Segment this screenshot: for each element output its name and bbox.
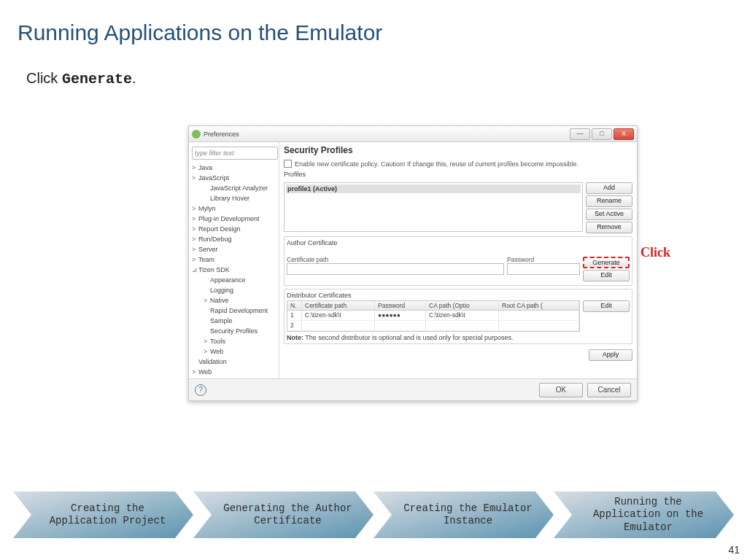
tree-item[interactable]: >Web [190, 346, 277, 357]
cancel-button[interactable]: Cancel [587, 383, 631, 397]
tree-item[interactable]: >Plug-in Development [190, 214, 277, 224]
author-password-input[interactable] [507, 263, 580, 275]
tree-item[interactable]: ⊿Tizen SDK [190, 265, 277, 275]
tree-item[interactable]: >Tools [190, 336, 277, 346]
step-3-label: Creating the Emulator Instance [398, 502, 538, 528]
tree-item[interactable]: >Native [190, 295, 277, 306]
author-password-label: Password [507, 256, 580, 263]
dist-col-ca: CA path (Optio [426, 301, 499, 310]
step-1: Creating the Application Project [13, 491, 193, 538]
help-icon[interactable]: ? [195, 384, 206, 396]
slide-title: Running Applications on the Emulator [18, 20, 729, 45]
tree-item[interactable]: >Team [190, 254, 277, 265]
tree-item[interactable]: >JavaScript [190, 173, 277, 183]
step-4: Running the Application on the Emulator [554, 491, 734, 538]
window-close-button[interactable]: X [614, 128, 634, 140]
window-minimize-button[interactable]: — [570, 128, 590, 140]
instruction-suffix: . [132, 70, 136, 86]
preferences-tree[interactable]: >Java>JavaScriptJavaScript AnalyzerLibra… [190, 163, 277, 378]
remove-button[interactable]: Remove [586, 222, 632, 233]
distributor-edit-button[interactable]: Edit [583, 300, 630, 312]
author-certpath-input[interactable] [287, 263, 504, 275]
instruction-bold: Generate [62, 71, 132, 88]
policy-checkbox-label: Enable new certificate policy. Caution! … [295, 160, 578, 168]
tree-item[interactable]: Validation [190, 357, 277, 367]
filter-input[interactable]: type filter text [192, 147, 278, 160]
page-number: 41 [728, 544, 740, 556]
tree-item[interactable]: >Server [190, 244, 277, 254]
tree-item[interactable]: >Java [190, 163, 277, 173]
tree-item[interactable]: >Web [190, 367, 277, 377]
tree-item[interactable]: JavaScript Analyzer [190, 183, 277, 193]
tree-item[interactable]: >XML [190, 377, 277, 378]
preferences-sidebar: type filter text >Java>JavaScriptJavaScr… [189, 142, 279, 378]
table-row[interactable]: 1C:\tizen-sdk\t●●●●●●C:\tizen-sdk\t [287, 311, 579, 321]
generate-button[interactable]: Generate [583, 257, 630, 268]
tree-item[interactable]: Rapid Development [190, 306, 277, 316]
click-callout: Click [640, 245, 670, 260]
page-title: Security Profiles [284, 145, 632, 155]
table-row[interactable]: 2 [287, 321, 579, 331]
dist-col-rootca: Root CA path ( [499, 301, 579, 310]
window-bottom-bar: ? OK Cancel [189, 378, 637, 400]
preferences-window: Preferences — □ X type filter text >Java… [188, 125, 638, 401]
window-title: Preferences [204, 131, 239, 138]
step-2: Generating the Author Certificate [193, 491, 374, 538]
set-active-button[interactable]: Set Active [586, 209, 632, 220]
add-button[interactable]: Add [586, 182, 632, 194]
dist-col-password: Password [375, 301, 426, 310]
tree-item[interactable]: >Mylyn [190, 203, 277, 214]
step-1-label: Creating the Application Project [38, 502, 177, 528]
author-edit-button[interactable]: Edit [583, 270, 630, 281]
window-icon [192, 130, 201, 139]
apply-button[interactable]: Apply [589, 349, 632, 361]
window-titlebar: Preferences — □ X [189, 126, 637, 142]
author-cert-label: Author Certificate [287, 239, 630, 246]
author-certpath-label: Certificate path [287, 256, 504, 263]
dist-col-path: Certificate path [302, 301, 375, 310]
step-4-label: Running the Application on the Emulator [578, 496, 718, 534]
ok-button[interactable]: OK [539, 383, 583, 397]
rename-button[interactable]: Rename [586, 195, 632, 207]
profiles-list[interactable]: profile1 (Active) [284, 182, 583, 232]
instruction-prefix: Click [26, 70, 62, 86]
tree-item[interactable]: Library Hover [190, 193, 277, 203]
profile-item-active[interactable]: profile1 (Active) [286, 184, 581, 193]
step-2-label: Generating the Author Certificate [218, 502, 357, 528]
distributor-cert-label: Distributor Certificates [287, 292, 630, 299]
tree-item[interactable]: >Report Design [190, 224, 277, 234]
tree-item[interactable]: Security Profiles [190, 326, 277, 336]
distributor-note: Note: The second distributor is optional… [287, 332, 630, 341]
distributor-certificates-group: Distributor Certificates N. Certificate … [284, 289, 632, 344]
policy-checkbox[interactable] [284, 160, 292, 168]
instruction-text: Click Generate. [26, 70, 729, 88]
window-maximize-button[interactable]: □ [592, 128, 612, 140]
step-chevrons: Creating the Application Project Generat… [13, 491, 734, 538]
tree-item[interactable]: Appearance [190, 275, 277, 285]
profiles-label: Profiles [284, 171, 632, 178]
step-3: Creating the Emulator Instance [374, 491, 554, 538]
tree-item[interactable]: >Run/Debug [190, 234, 277, 244]
tree-item[interactable]: Sample [190, 316, 277, 326]
tree-item[interactable]: Logging [190, 285, 277, 295]
dist-col-n: N. [287, 301, 302, 310]
distributor-table[interactable]: N. Certificate path Password CA path (Op… [287, 300, 580, 332]
preferences-main: Security Profiles Enable new certificate… [279, 142, 637, 378]
author-certificate-group: Author Certificate Certificate path Pass… [284, 236, 632, 286]
